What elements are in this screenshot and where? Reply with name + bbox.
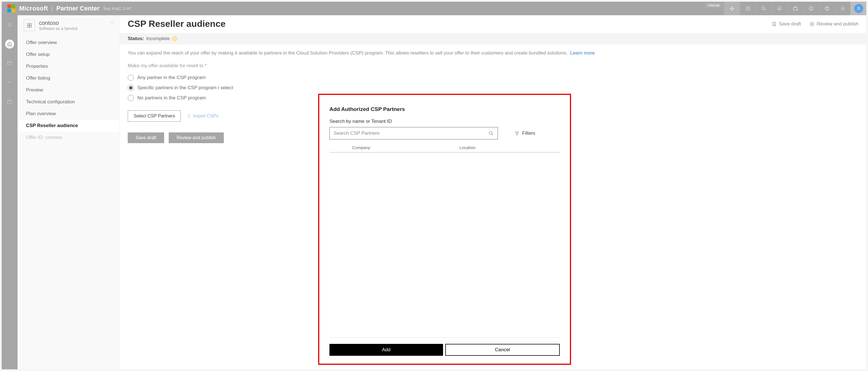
side-nav: contoso Software as a Service Offer over… bbox=[18, 15, 120, 369]
add-button[interactable]: Add bbox=[330, 344, 443, 356]
nav-list: Offer overview Offer setup Properties Of… bbox=[18, 35, 120, 143]
clock-icon[interactable] bbox=[740, 2, 755, 15]
svg-point-9 bbox=[858, 7, 859, 8]
briefcase-icon[interactable] bbox=[787, 2, 803, 15]
search-icon[interactable] bbox=[755, 2, 771, 15]
svg-point-8 bbox=[842, 8, 843, 9]
cancel-button[interactable]: Cancel bbox=[445, 344, 560, 356]
svg-point-3 bbox=[809, 6, 813, 10]
nav-item-csp[interactable]: CSP Reseller audience bbox=[18, 120, 120, 132]
import-csps-link[interactable]: Import CSPs bbox=[187, 113, 218, 119]
svg-rect-17 bbox=[773, 24, 775, 25]
status-bar: Status: Incomplete bbox=[120, 33, 866, 44]
add-csp-panel: Add Authorized CSP Partners Search by na… bbox=[318, 94, 571, 365]
save-draft-top[interactable]: Save draft bbox=[772, 21, 801, 27]
learn-more-link[interactable]: Learn more bbox=[570, 50, 595, 56]
brand-text: Microsoft bbox=[19, 5, 48, 12]
global-header: Microsoft | Partner Center Test PMC 2 PC… bbox=[2, 2, 866, 15]
offer-icon bbox=[24, 20, 35, 31]
svg-point-5 bbox=[811, 8, 812, 8]
svg-rect-16 bbox=[773, 22, 775, 23]
pin-icon[interactable] bbox=[111, 20, 115, 24]
nav-item-technical[interactable]: Technical configuration bbox=[18, 96, 120, 108]
select-csp-button[interactable]: Select CSP Partners bbox=[128, 110, 181, 122]
nav-item-overview[interactable]: Offer overview bbox=[18, 37, 120, 48]
panel-search-label: Search by name or Tenant ID bbox=[330, 119, 560, 124]
app-name[interactable]: Partner Center bbox=[56, 5, 99, 12]
th-company: Company bbox=[352, 145, 459, 150]
radio-specific-partners[interactable]: Specific partners in the CSP program I s… bbox=[128, 83, 858, 93]
menu-icon[interactable] bbox=[5, 20, 14, 29]
svg-rect-12 bbox=[27, 24, 29, 25]
offer-title: contoso bbox=[39, 20, 78, 26]
review-publish-button[interactable]: Review and publish bbox=[169, 132, 224, 143]
card-icon[interactable] bbox=[5, 59, 14, 68]
svg-point-1 bbox=[762, 6, 765, 10]
status-dot-icon bbox=[172, 36, 177, 41]
upload-icon bbox=[187, 114, 191, 118]
filter-icon bbox=[515, 131, 519, 136]
radio-icon bbox=[128, 85, 134, 91]
status-label: Status: bbox=[128, 36, 144, 41]
user-avatar[interactable] bbox=[850, 2, 866, 15]
gear-icon[interactable] bbox=[835, 2, 850, 15]
svg-rect-11 bbox=[8, 101, 12, 104]
home-icon[interactable] bbox=[5, 39, 14, 48]
status-value: Incomplete bbox=[146, 36, 170, 41]
search-input[interactable] bbox=[334, 130, 489, 136]
save-icon bbox=[772, 22, 777, 27]
header-separator: | bbox=[52, 5, 53, 12]
nav-item-listing[interactable]: Offer listing bbox=[18, 72, 120, 84]
globe-icon bbox=[809, 22, 815, 27]
radio-icon bbox=[128, 74, 134, 81]
resell-field-label: Make my offer available for resell to * bbox=[120, 57, 866, 70]
svg-rect-15 bbox=[30, 26, 31, 27]
move-icon[interactable] bbox=[724, 2, 740, 15]
radio-any-partner[interactable]: Any partner in the CSP program bbox=[128, 73, 858, 83]
app-subtext: Test PMC 2 PC bbox=[103, 6, 132, 11]
description: You can expand the reach of your offer b… bbox=[120, 44, 866, 57]
radio-icon bbox=[128, 95, 134, 101]
icon-rail bbox=[2, 15, 18, 369]
nav-item-properties[interactable]: Properties bbox=[18, 60, 120, 72]
nav-item-offer-id: Offer ID: contoso bbox=[18, 132, 120, 143]
svg-rect-13 bbox=[30, 24, 31, 25]
save-draft-button[interactable]: Save draft bbox=[128, 132, 164, 143]
svg-rect-2 bbox=[794, 7, 797, 10]
search-box[interactable] bbox=[330, 127, 498, 139]
svg-point-19 bbox=[489, 131, 492, 134]
panel-title: Add Authorized CSP Partners bbox=[330, 106, 560, 112]
nav-item-plan[interactable]: Plan overview bbox=[18, 108, 120, 120]
review-publish-top[interactable]: Review and publish bbox=[809, 21, 858, 27]
microsoft-logo-icon bbox=[7, 4, 15, 12]
table-header: Company Location bbox=[330, 145, 560, 153]
svg-point-4 bbox=[810, 8, 811, 8]
nav-item-preview[interactable]: Preview bbox=[18, 84, 120, 96]
face-icon[interactable] bbox=[803, 2, 819, 15]
internal-badge: Internal bbox=[705, 3, 722, 8]
nav-item-setup[interactable]: Offer setup bbox=[18, 48, 120, 60]
help-icon[interactable] bbox=[819, 2, 835, 15]
svg-rect-10 bbox=[8, 62, 12, 65]
chart-icon[interactable] bbox=[5, 78, 14, 87]
offer-subtitle: Software as a Service bbox=[39, 26, 78, 31]
toolbox-icon[interactable] bbox=[5, 97, 14, 106]
page-title: CSP Reseller audience bbox=[128, 19, 225, 29]
bell-icon[interactable] bbox=[771, 2, 787, 15]
svg-rect-14 bbox=[27, 26, 29, 27]
search-icon[interactable] bbox=[489, 131, 494, 136]
filters-button[interactable]: Filters bbox=[515, 130, 535, 136]
th-location: Location bbox=[459, 145, 475, 150]
